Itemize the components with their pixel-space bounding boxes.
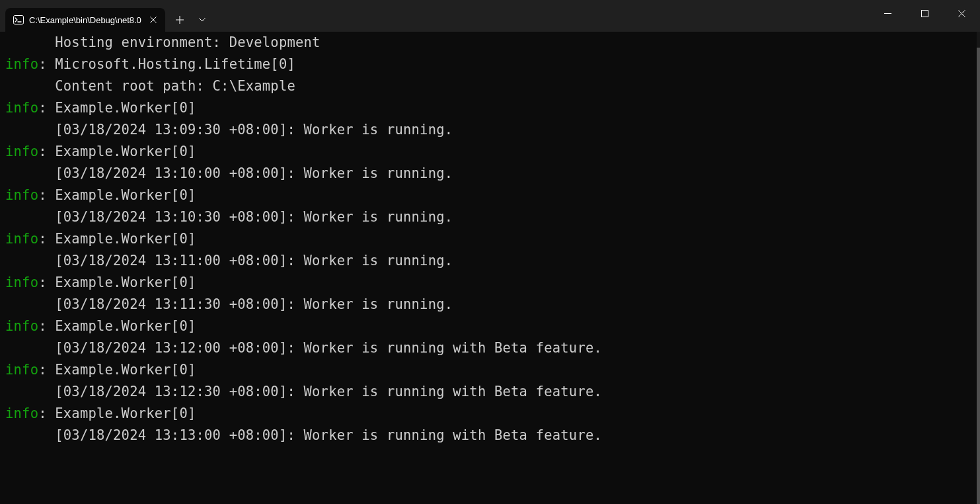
scrollbar-thumb[interactable]	[977, 48, 980, 504]
log-level: info	[5, 100, 38, 116]
log-line: Hosting environment: Development	[5, 32, 975, 54]
close-icon	[958, 10, 965, 17]
terminal-icon	[13, 15, 24, 25]
log-header-line: info: Example.Worker[0]	[5, 272, 975, 294]
log-source: : Example.Worker[0]	[38, 318, 196, 334]
maximize-icon	[921, 10, 928, 17]
tab-dropdown-button[interactable]	[192, 8, 213, 32]
chevron-down-icon	[199, 18, 206, 22]
plus-icon	[176, 16, 184, 24]
window-controls	[869, 0, 980, 26]
terminal-output[interactable]: Hosting environment: Developmentinfo: Mi…	[0, 32, 980, 446]
log-message-line: [03/18/2024 13:13:00 +08:00]: Worker is …	[5, 425, 975, 446]
log-header-line: info: Example.Worker[0]	[5, 359, 975, 381]
log-source: : Microsoft.Hosting.Lifetime[0]	[38, 56, 295, 72]
log-source: : Example.Worker[0]	[38, 100, 196, 116]
maximize-button[interactable]	[906, 0, 943, 26]
tab-title: C:\Example\bin\Debug\net8.0	[29, 15, 141, 25]
log-source: : Example.Worker[0]	[38, 274, 196, 290]
log-level: info	[5, 405, 38, 421]
tab-active[interactable]: C:\Example\bin\Debug\net8.0	[5, 8, 165, 32]
titlebar: C:\Example\bin\Debug\net8.0	[0, 0, 980, 32]
log-header-line: info: Example.Worker[0]	[5, 97, 975, 119]
scrollbar[interactable]	[977, 32, 980, 504]
log-header-line: info: Example.Worker[0]	[5, 185, 975, 206]
log-header-line: info: Example.Worker[0]	[5, 315, 975, 337]
log-message-line: [03/18/2024 13:11:00 +08:00]: Worker is …	[5, 250, 975, 272]
log-level: info	[5, 318, 38, 334]
log-level: info	[5, 231, 38, 247]
log-header-line: info: Example.Worker[0]	[5, 403, 975, 425]
log-message-line: [03/18/2024 13:11:30 +08:00]: Worker is …	[5, 294, 975, 315]
log-level: info	[5, 187, 38, 203]
minimize-icon	[884, 13, 891, 14]
svg-rect-0	[14, 16, 24, 24]
new-tab-button[interactable]	[168, 8, 192, 32]
log-message-line: [03/18/2024 13:10:30 +08:00]: Worker is …	[5, 206, 975, 228]
log-source: : Example.Worker[0]	[38, 144, 196, 159]
log-source: : Example.Worker[0]	[38, 231, 196, 247]
log-header-line: info: Microsoft.Hosting.Lifetime[0]	[5, 54, 975, 75]
svg-rect-7	[921, 10, 928, 17]
log-header-line: info: Example.Worker[0]	[5, 228, 975, 250]
log-source: : Example.Worker[0]	[38, 187, 196, 203]
log-level: info	[5, 274, 38, 290]
log-message-line: [03/18/2024 13:09:30 +08:00]: Worker is …	[5, 119, 975, 141]
tab-close-button[interactable]	[147, 13, 160, 26]
log-message-line: [03/18/2024 13:10:00 +08:00]: Worker is …	[5, 163, 975, 185]
close-button[interactable]	[943, 0, 980, 26]
tabs-area: C:\Example\bin\Debug\net8.0	[0, 0, 213, 32]
log-source: : Example.Worker[0]	[38, 405, 196, 421]
log-source: : Example.Worker[0]	[38, 362, 196, 378]
log-level: info	[5, 362, 38, 378]
minimize-button[interactable]	[869, 0, 906, 26]
log-message-line: Content root path: C:\Example	[5, 75, 975, 97]
log-level: info	[5, 144, 38, 159]
log-message-line: [03/18/2024 13:12:00 +08:00]: Worker is …	[5, 337, 975, 359]
log-message-line: [03/18/2024 13:12:30 +08:00]: Worker is …	[5, 381, 975, 403]
log-level: info	[5, 56, 38, 72]
log-header-line: info: Example.Worker[0]	[5, 141, 975, 163]
